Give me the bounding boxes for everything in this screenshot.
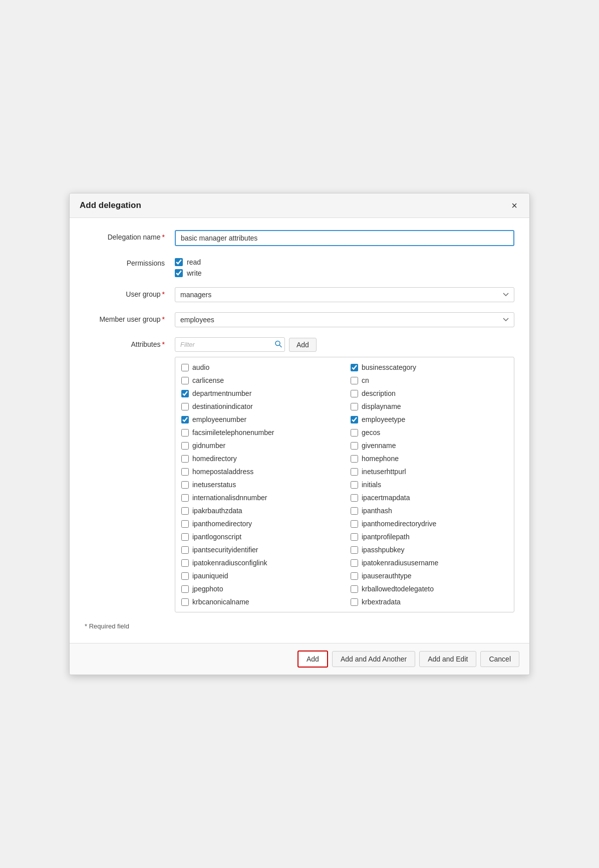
attr-checkbox-destinationindicator[interactable]: [181, 403, 189, 410]
attributes-list-container[interactable]: audio businesscategory carlicense: [175, 357, 514, 612]
permission-read[interactable]: read: [175, 258, 514, 266]
list-item[interactable]: ipantlogonscript: [180, 531, 340, 543]
delegation-name-input[interactable]: [175, 230, 514, 246]
attr-checkbox-ipauniqueid[interactable]: [181, 572, 189, 580]
list-item[interactable]: ipanthomedirectorydrive: [350, 518, 509, 530]
list-item[interactable]: ipauniqueid: [180, 570, 340, 582]
attr-checkbox-ipauserauthtype[interactable]: [351, 572, 358, 580]
svg-line-1: [279, 345, 281, 347]
list-item[interactable]: ipantsecurityidentifier: [180, 544, 340, 556]
attr-checkbox-departmentnumber[interactable]: [181, 390, 189, 397]
attr-checkbox-employeetype[interactable]: [351, 416, 358, 423]
list-item[interactable]: gidnumber: [180, 440, 340, 452]
search-icon-button[interactable]: [275, 340, 282, 349]
attr-checkbox-employeenumber[interactable]: [181, 416, 189, 423]
attr-checkbox-cn[interactable]: [351, 377, 358, 384]
attr-checkbox-ipanthomedirectory[interactable]: [181, 520, 189, 528]
list-item[interactable]: employeenumber: [180, 413, 340, 425]
attr-checkbox-facsimiletelephonenumber[interactable]: [181, 429, 189, 437]
list-item[interactable]: facsimiletelephonenumber: [180, 426, 340, 439]
user-group-label: User group*: [85, 287, 175, 298]
write-checkbox[interactable]: [175, 269, 183, 277]
list-item[interactable]: ipatokenradiusconfiglink: [180, 557, 340, 569]
list-item[interactable]: krbcanonicalname: [180, 596, 340, 608]
attr-checkbox-ipantsecurityidentifier[interactable]: [181, 546, 189, 554]
permissions-control: read write: [175, 256, 514, 277]
attr-checkbox-internationalisdnnumber[interactable]: [181, 494, 189, 502]
attr-checkbox-jpegphoto[interactable]: [181, 585, 189, 593]
add-delegation-dialog: Add delegation × Delegation name* Permis…: [69, 193, 530, 675]
list-item[interactable]: businesscategory: [350, 361, 509, 373]
attr-checkbox-inetuserhttpurl[interactable]: [351, 468, 358, 476]
attributes-filter-row: Add: [175, 337, 514, 352]
attr-checkbox-gidnumber[interactable]: [181, 442, 189, 450]
add-button[interactable]: Add: [297, 650, 328, 668]
list-item[interactable]: ipatokenradiususername: [350, 557, 509, 569]
attr-checkbox-krbextradata[interactable]: [351, 598, 358, 606]
list-item[interactable]: employeetype: [350, 413, 509, 425]
list-item[interactable]: description: [350, 387, 509, 399]
list-item[interactable]: destinationindicator: [180, 400, 340, 412]
attr-checkbox-audio[interactable]: [181, 364, 189, 371]
permission-write[interactable]: write: [175, 269, 514, 277]
list-item[interactable]: jpegphoto: [180, 583, 340, 595]
list-item[interactable]: ipantprofilepath: [350, 531, 509, 543]
list-item[interactable]: carlicense: [180, 374, 340, 386]
list-item[interactable]: inetuserhttpurl: [350, 466, 509, 478]
add-and-edit-button[interactable]: Add and Edit: [419, 651, 476, 667]
attributes-filter-input[interactable]: [175, 337, 285, 352]
attr-checkbox-initials[interactable]: [351, 481, 358, 489]
attr-checkbox-ipatokenradiusconfiglink[interactable]: [181, 559, 189, 567]
list-item[interactable]: cn: [350, 374, 509, 386]
attr-checkbox-homedirectory[interactable]: [181, 455, 189, 463]
add-attribute-button[interactable]: Add: [289, 338, 317, 352]
attr-checkbox-inetuserstatus[interactable]: [181, 481, 189, 489]
attr-checkbox-ipatokenradiususername[interactable]: [351, 559, 358, 567]
user-group-select[interactable]: managers: [175, 287, 514, 302]
list-item[interactable]: ipasshpubkey: [350, 544, 509, 556]
list-item[interactable]: ipauserauthtype: [350, 570, 509, 582]
attr-checkbox-homepostaladdress[interactable]: [181, 468, 189, 476]
list-item[interactable]: internationalisdnnumber: [180, 492, 340, 504]
list-item[interactable]: ipacertmapdata: [350, 492, 509, 504]
member-user-group-row: Member user group* employees: [85, 312, 514, 327]
attr-checkbox-krbcanonicalname[interactable]: [181, 598, 189, 606]
attr-checkbox-ipanthomedirectorydrive[interactable]: [351, 520, 358, 528]
cancel-button[interactable]: Cancel: [480, 651, 519, 667]
read-checkbox[interactable]: [175, 258, 183, 266]
member-user-group-select[interactable]: employees: [175, 312, 514, 327]
attr-checkbox-ipacertmapdata[interactable]: [351, 494, 358, 502]
attr-checkbox-ipantprofilepath[interactable]: [351, 533, 358, 541]
list-item[interactable]: givenname: [350, 440, 509, 452]
list-item[interactable]: krbextradata: [350, 596, 509, 608]
list-item[interactable]: initials: [350, 479, 509, 491]
list-item[interactable]: homedirectory: [180, 453, 340, 465]
attr-checkbox-homephone[interactable]: [351, 455, 358, 463]
attributes-section: Add audio businesscategory: [175, 337, 514, 612]
list-item[interactable]: departmentnumber: [180, 387, 340, 399]
attr-checkbox-ipakrbauthzdata[interactable]: [181, 507, 189, 515]
attr-checkbox-carlicense[interactable]: [181, 377, 189, 384]
list-item[interactable]: displayname: [350, 400, 509, 412]
list-item[interactable]: krballowedtodelegateto: [350, 583, 509, 595]
attr-checkbox-gecos[interactable]: [351, 429, 358, 437]
close-button[interactable]: ×: [509, 200, 519, 210]
attr-checkbox-description[interactable]: [351, 390, 358, 397]
attr-checkbox-krballowedtodelegateto[interactable]: [351, 585, 358, 593]
list-item[interactable]: homephone: [350, 453, 509, 465]
list-item[interactable]: ipanthomedirectory: [180, 518, 340, 530]
list-item[interactable]: inetuserstatus: [180, 479, 340, 491]
attr-checkbox-ipantlogonscript[interactable]: [181, 533, 189, 541]
attr-checkbox-ipanthash[interactable]: [351, 507, 358, 515]
attr-checkbox-givenname[interactable]: [351, 442, 358, 450]
attr-checkbox-ipasshpubkey[interactable]: [351, 546, 358, 554]
list-item[interactable]: ipanthash: [350, 505, 509, 517]
attr-checkbox-displayname[interactable]: [351, 403, 358, 410]
attr-checkbox-businesscategory[interactable]: [351, 364, 358, 371]
list-item[interactable]: gecos: [350, 426, 509, 439]
list-item[interactable]: audio: [180, 361, 340, 373]
list-item[interactable]: homepostaladdress: [180, 466, 340, 478]
filter-input-wrapper: [175, 337, 285, 352]
list-item[interactable]: ipakrbauthzdata: [180, 505, 340, 517]
add-and-add-another-button[interactable]: Add and Add Another: [332, 651, 415, 667]
